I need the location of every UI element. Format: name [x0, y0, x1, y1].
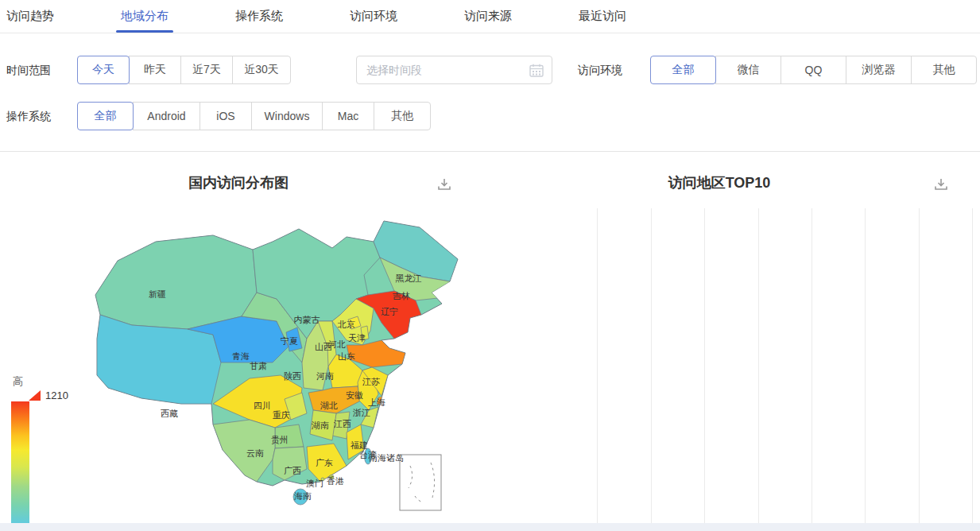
tab-label: 地域分布	[121, 9, 168, 24]
env-button-3[interactable]: QQ	[781, 56, 846, 84]
map-download-icon[interactable]	[437, 177, 451, 192]
time-range-button-4[interactable]: 近30天	[232, 56, 291, 84]
time-range-button-2[interactable]: 昨天	[129, 56, 181, 84]
tab-2[interactable]: 地域分布	[121, 0, 168, 33]
env-button-label: 其他	[933, 63, 955, 77]
env-button-label: QQ	[805, 64, 823, 76]
map-label-山东: 山东	[338, 351, 355, 361]
tab-label: 最近访问	[579, 9, 626, 24]
os-button-2[interactable]: Android	[133, 102, 200, 130]
tab-label: 访问来源	[464, 9, 512, 24]
env-button-group: 全部微信QQ浏览器其他	[650, 56, 977, 84]
os-button-group: 全部AndroidiOSWindowsMac其他	[77, 102, 431, 130]
os-button-1[interactable]: 全部	[77, 102, 134, 130]
map-label-云南: 云南	[246, 448, 264, 458]
tab-1[interactable]: 访问趋势	[6, 0, 54, 33]
os-button-6[interactable]: 其他	[374, 102, 431, 130]
env-button-2[interactable]: 微信	[715, 56, 781, 84]
map-label-重庆: 重庆	[273, 410, 290, 420]
tab-label: 操作系统	[235, 9, 283, 24]
env-button-1[interactable]: 全部	[650, 56, 716, 84]
map-label-贵州: 贵州	[271, 435, 289, 444]
map-label-江西: 江西	[333, 419, 351, 428]
top10-download-icon[interactable]	[934, 177, 948, 192]
tab-6[interactable]: 最近访问	[579, 0, 626, 33]
map-label-海南: 海南	[294, 491, 312, 501]
top10-bar-chart	[505, 205, 980, 523]
map-label-天津: 天津	[348, 333, 366, 343]
map-label-辽宁: 辽宁	[381, 307, 398, 316]
gridline	[758, 208, 759, 523]
map-label-南海诸岛: 南海诸岛	[369, 453, 404, 463]
gridline	[972, 208, 973, 523]
map-label-广西: 广西	[284, 466, 301, 475]
os-button-label: Android	[147, 110, 185, 122]
map-label-新疆: 新疆	[149, 289, 166, 299]
section-divider	[0, 151, 980, 152]
map-label-澳门: 澳门	[306, 479, 323, 488]
time-range-button-group: 今天昨天近7天近30天	[77, 56, 291, 84]
env-button-label: 全部	[672, 63, 695, 77]
os-button-label: Windows	[265, 110, 310, 122]
map-label-安徽: 安徽	[346, 390, 363, 400]
tab-3[interactable]: 操作系统	[235, 0, 283, 33]
map-label-湖南: 湖南	[311, 421, 329, 430]
env-button-label: 浏览器	[862, 63, 896, 77]
env-button-label: 微信	[738, 63, 760, 77]
map-label-广东: 广东	[316, 458, 333, 467]
os-button-label: 其他	[391, 109, 413, 123]
map-label-内蒙古: 内蒙古	[294, 315, 320, 324]
map-label-甘肃: 甘肃	[250, 361, 267, 370]
time-range-button-label: 今天	[92, 63, 114, 77]
china-map[interactable]: 新疆西藏青海甘肃内蒙古宁夏黑龙江吉林辽宁河北北京天津山西山东河南陕西四川重庆湖北…	[94, 219, 467, 525]
env-label: 访问环境	[578, 64, 622, 78]
south-china-sea-inset-box	[400, 455, 441, 510]
map-label-湖北: 湖北	[320, 401, 338, 410]
os-button-label: 全部	[95, 109, 117, 123]
env-button-4[interactable]: 浏览器	[846, 56, 912, 84]
tab-label: 访问环境	[350, 9, 397, 24]
top10-plot-area	[544, 208, 972, 523]
tab-4[interactable]: 访问环境	[350, 0, 397, 33]
bottom-page-band	[0, 523, 980, 531]
os-button-4[interactable]: Windows	[251, 102, 323, 130]
map-label-河南: 河南	[316, 371, 334, 381]
gridline	[812, 208, 812, 523]
map-legend-high-label: 高	[13, 374, 23, 389]
gridline	[704, 208, 705, 523]
gridline	[865, 208, 866, 523]
time-range-button-label: 近30天	[244, 63, 279, 77]
map-legend-gradient-bar	[11, 401, 29, 523]
date-range-input[interactable]	[356, 56, 552, 84]
tab-5[interactable]: 访问来源	[464, 0, 512, 33]
os-button-label: iOS	[216, 110, 234, 122]
time-range-label: 时间范围	[6, 64, 51, 78]
map-chart-title: 国内访问分布图	[95, 173, 382, 192]
active-tab-underline	[116, 30, 173, 33]
map-label-青海: 青海	[232, 351, 250, 361]
gridline	[919, 208, 920, 523]
time-range-button-3[interactable]: 近7天	[180, 56, 233, 84]
top10-chart-title: 访问地区TOP10	[620, 173, 819, 192]
gridline	[597, 208, 598, 523]
map-label-上海: 上海	[368, 397, 385, 407]
map-legend-pointer-icon	[29, 390, 41, 401]
env-button-5[interactable]: 其他	[911, 56, 977, 84]
map-label-福建: 福建	[351, 440, 368, 450]
time-range-button-label: 近7天	[192, 63, 221, 77]
os-button-5[interactable]: Mac	[322, 102, 374, 130]
os-button-label: Mac	[338, 110, 358, 122]
map-label-吉林: 吉林	[392, 291, 410, 300]
region-新疆[interactable]	[95, 235, 257, 329]
os-button-3[interactable]: iOS	[199, 102, 252, 130]
map-label-江苏: 江苏	[362, 377, 380, 386]
calendar-icon[interactable]	[529, 64, 544, 77]
map-label-浙江: 浙江	[353, 408, 370, 417]
map-label-西藏: 西藏	[161, 409, 178, 418]
map-label-山西: 山西	[315, 342, 332, 351]
time-range-button-1[interactable]: 今天	[77, 56, 130, 84]
map-label-黑龙江: 黑龙江	[396, 273, 422, 283]
time-range-button-label: 昨天	[144, 63, 166, 77]
map-label-陕西: 陕西	[284, 371, 301, 381]
map-label-北京: 北京	[337, 320, 355, 329]
